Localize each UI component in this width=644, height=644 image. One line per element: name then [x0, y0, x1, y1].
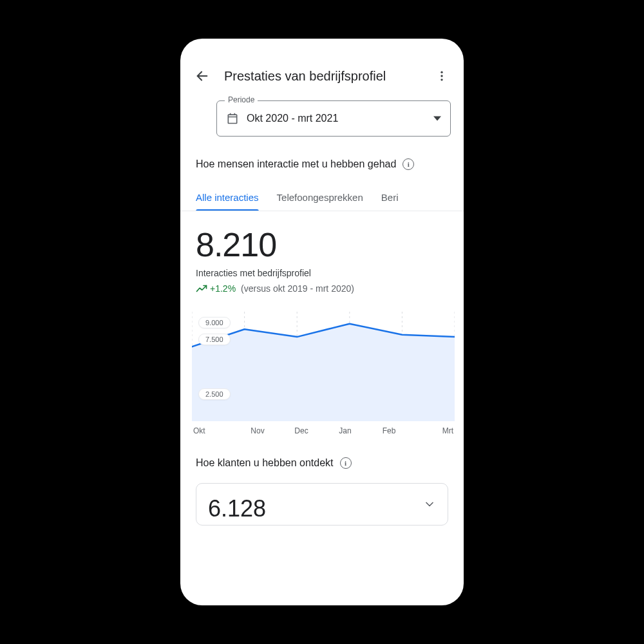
chart-y-tick: 9.000 — [198, 317, 231, 328]
delta-up: +1.2% — [196, 283, 236, 294]
chart-x-tick: Jan — [323, 426, 367, 435]
chart-x-axis: OktNovDecJanFebMrt — [192, 421, 455, 435]
more-button[interactable] — [429, 63, 455, 89]
discovery-card[interactable]: 6.128 — [196, 483, 448, 526]
period-selector[interactable]: Periode Okt 2020 - mrt 2021 — [216, 100, 451, 137]
chevron-down-icon — [423, 498, 436, 511]
interactions-section-header: Hoe mensen interactie met u hebben gehad… — [180, 139, 464, 174]
tab-phone-calls[interactable]: Telefoongesprekken — [277, 192, 363, 211]
chart-y-tick: 7.500 — [198, 334, 231, 345]
expand-chevron — [423, 495, 436, 513]
discovery-total: 6.128 — [208, 495, 266, 522]
chart-x-tick: Nov — [236, 426, 279, 435]
interactions-section-title: Hoe mensen interactie met u hebben gehad — [196, 158, 396, 170]
back-button[interactable] — [189, 63, 215, 89]
interaction-tabs: Alle interacties Telefoongesprekken Beri — [180, 174, 464, 211]
info-icon[interactable]: i — [402, 158, 414, 170]
svg-point-1 — [440, 71, 442, 73]
arrow-left-icon — [195, 69, 209, 83]
interactions-delta-row: +1.2% (versus okt 2019 - mrt 2020) — [180, 278, 464, 294]
chart-y-tick: 2.500 — [198, 388, 231, 400]
interactions-total: 8.210 — [180, 211, 464, 265]
calendar-icon — [226, 112, 239, 125]
period-selector-wrap: Periode Okt 2020 - mrt 2021 — [180, 93, 464, 139]
chart-plot-area: 9.0007.5002.500 — [192, 312, 455, 421]
svg-point-3 — [440, 79, 442, 80]
svg-point-2 — [440, 75, 442, 77]
tab-all-interactions[interactable]: Alle interacties — [196, 192, 259, 211]
discovery-section-header: Hoe klanten u hebben ontdekt i — [180, 435, 464, 473]
period-value: Okt 2020 - mrt 2021 — [247, 113, 426, 124]
chart-svg — [192, 312, 455, 421]
interactions-chart: 9.0007.5002.500 OktNovDecJanFebMrt — [180, 294, 464, 435]
caret-down-icon — [433, 115, 441, 122]
info-icon[interactable]: i — [340, 457, 352, 469]
chart-x-tick: Feb — [367, 426, 411, 435]
delta-percent: +1.2% — [210, 283, 236, 294]
trend-up-icon — [196, 284, 207, 293]
discovery-section-title: Hoe klanten u hebben ontdekt — [196, 457, 334, 469]
tab-messages[interactable]: Beri — [381, 192, 399, 211]
chart-x-tick: Dec — [279, 426, 323, 435]
interactions-metric-label: Interacties met bedrijfsprofiel — [180, 265, 464, 278]
delta-comparison-text: (versus okt 2019 - mrt 2020) — [241, 283, 354, 294]
period-field-label: Periode — [225, 95, 258, 104]
app-header: Prestaties van bedrijfsprofiel — [180, 57, 464, 93]
chart-x-tick: Mrt — [411, 426, 455, 435]
chart-x-tick: Okt — [192, 426, 236, 435]
more-vertical-icon — [435, 70, 448, 82]
phone-frame: Prestaties van bedrijfsprofiel Periode O… — [180, 39, 464, 605]
page-title: Prestaties van bedrijfsprofiel — [224, 69, 420, 84]
